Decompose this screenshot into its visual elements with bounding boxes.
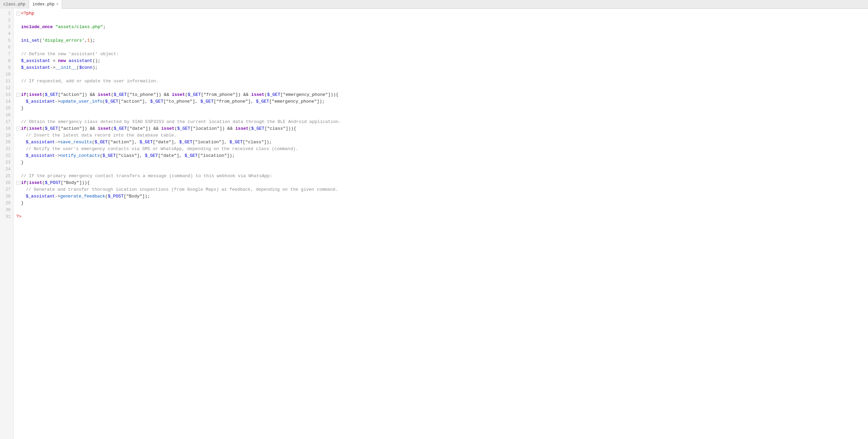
line-num-26: 26 bbox=[0, 180, 13, 186]
line-num-2: 2 bbox=[0, 17, 13, 24]
code-line-17: // Obtain the emergency class detected b… bbox=[14, 119, 868, 125]
line-num-22: 22 bbox=[0, 152, 13, 159]
code-line-22: $_assistant -> notify_contacts ( $_GET [… bbox=[14, 152, 868, 159]
code-line-23: } bbox=[14, 159, 868, 166]
code-line-4 bbox=[14, 30, 868, 37]
code-line-3: include_once "assets/class.php" ; bbox=[14, 24, 868, 30]
line-num-28: 28 bbox=[0, 193, 13, 200]
code-line-26: - if ( isset ( $_POST ["Body"])){ bbox=[14, 180, 868, 186]
line-num-30: 30 bbox=[0, 207, 13, 213]
line-num-7: 7 bbox=[0, 51, 13, 58]
line-num-9: 9 bbox=[0, 64, 13, 71]
code-line-29: } bbox=[14, 200, 868, 207]
line-num-27: 27 bbox=[0, 186, 13, 193]
code-line-2 bbox=[14, 17, 868, 24]
line-num-14: 14 bbox=[0, 98, 13, 105]
line-num-24: 24 bbox=[0, 166, 13, 173]
line-num-17: 17 bbox=[0, 119, 13, 125]
line-num-12: 12 bbox=[0, 85, 13, 91]
code-line-15: } bbox=[14, 105, 868, 112]
tab-index-php[interactable]: index.php ✕ bbox=[29, 0, 62, 9]
line-num-5: 5 bbox=[0, 37, 13, 44]
line-num-18: 18 bbox=[0, 125, 13, 132]
line-num-13: 13 bbox=[0, 91, 13, 98]
collapse-btn-13[interactable]: - bbox=[16, 93, 20, 97]
code-line-12 bbox=[14, 85, 868, 91]
line-num-11: 11 bbox=[0, 78, 13, 85]
code-area: 1 2 3 4 5 6 7 8 9 10 11 12 13 14 15 16 1… bbox=[0, 9, 868, 439]
line-num-23: 23 bbox=[0, 159, 13, 166]
line-num-15: 15 bbox=[0, 105, 13, 112]
line-num-10: 10 bbox=[0, 71, 13, 78]
code-line-6 bbox=[14, 44, 868, 51]
code-line-10 bbox=[14, 71, 868, 78]
line-num-31: 31 bbox=[0, 213, 13, 220]
line-num-21: 21 bbox=[0, 146, 13, 152]
line-numbers: 1 2 3 4 5 6 7 8 9 10 11 12 13 14 15 16 1… bbox=[0, 9, 14, 439]
code-line-1: -<?php bbox=[14, 10, 868, 17]
collapse-btn-26[interactable]: - bbox=[16, 181, 20, 185]
code-line-8: $_assistant = new assistant (); bbox=[14, 58, 868, 64]
line-num-4: 4 bbox=[0, 30, 13, 37]
line-num-1: 1 bbox=[0, 10, 13, 17]
line-num-20: 20 bbox=[0, 139, 13, 146]
code-line-21: // Notify the user's emergency contacts … bbox=[14, 146, 868, 152]
code-lines: -<?php include_once "assets/class.php" ;… bbox=[14, 9, 868, 439]
line-num-6: 6 bbox=[0, 44, 13, 51]
tab-bar: class.php index.php ✕ bbox=[0, 0, 868, 9]
code-line-31: ?> bbox=[14, 213, 868, 220]
collapse-btn-18[interactable]: - bbox=[16, 127, 20, 131]
line-num-3: 3 bbox=[0, 24, 13, 30]
line-num-19: 19 bbox=[0, 132, 13, 139]
code-line-27: // Generate and transfer thorough locati… bbox=[14, 186, 868, 193]
code-line-13: - if ( isset ( $_GET ["action"]) && isse… bbox=[14, 91, 868, 98]
code-line-14: $_assistant -> update_user_info ( $_GET … bbox=[14, 98, 868, 105]
code-line-11: // If requested, add or update the user … bbox=[14, 78, 868, 85]
code-line-7: // Define the new 'assistant' object: bbox=[14, 51, 868, 58]
line-num-25: 25 bbox=[0, 173, 13, 180]
editor-container: class.php index.php ✕ 1 2 3 4 5 6 7 8 9 … bbox=[0, 0, 868, 439]
tab-index-php-label: index.php bbox=[33, 2, 55, 7]
code-line-5: ini_set ( 'display_errors' , 1 ); bbox=[14, 37, 868, 44]
code-line-25: // If the primary emergency contact tran… bbox=[14, 173, 868, 180]
line-num-29: 29 bbox=[0, 200, 13, 207]
tab-class-php[interactable]: class.php bbox=[0, 0, 29, 9]
tab-class-php-label: class.php bbox=[3, 2, 25, 7]
code-line-24 bbox=[14, 166, 868, 173]
code-line-16 bbox=[14, 112, 868, 119]
code-line-18: - if ( isset ( $_GET ["action"]) && isse… bbox=[14, 125, 868, 132]
line-num-16: 16 bbox=[0, 112, 13, 119]
line-num-8: 8 bbox=[0, 58, 13, 64]
code-line-19: // Insert the latest data record into th… bbox=[14, 132, 868, 139]
code-line-20: $_assistant -> save_results ( $_GET ["ac… bbox=[14, 139, 868, 146]
code-line-30 bbox=[14, 207, 868, 213]
collapse-btn-1[interactable]: - bbox=[16, 12, 20, 16]
tab-close-icon[interactable]: ✕ bbox=[56, 2, 59, 6]
code-line-28: $_assistant -> generate_feedback ( $_POS… bbox=[14, 193, 868, 200]
code-line-9: $_assistant -> __init__ ( $conn ); bbox=[14, 64, 868, 71]
